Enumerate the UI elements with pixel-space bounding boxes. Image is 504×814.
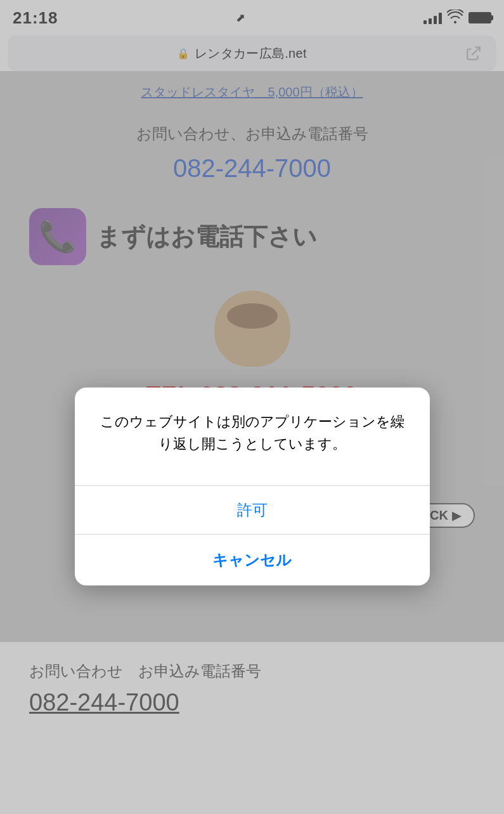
cancel-button[interactable]: キャンセル	[75, 535, 430, 586]
modal-message: このウェブサイトは別のアプリケーションを繰り返し開こうとしています。	[100, 410, 404, 454]
modal-overlay: このウェブサイトは別のアプリケーションを繰り返し開こうとしています。 許可 キャ…	[0, 0, 504, 814]
allow-button[interactable]: 許可	[75, 486, 430, 534]
modal-body: このウェブサイトは別のアプリケーションを繰り返し開こうとしています。	[75, 387, 430, 467]
app-open-dialog: このウェブサイトは別のアプリケーションを繰り返し開こうとしています。 許可 キャ…	[75, 387, 430, 585]
